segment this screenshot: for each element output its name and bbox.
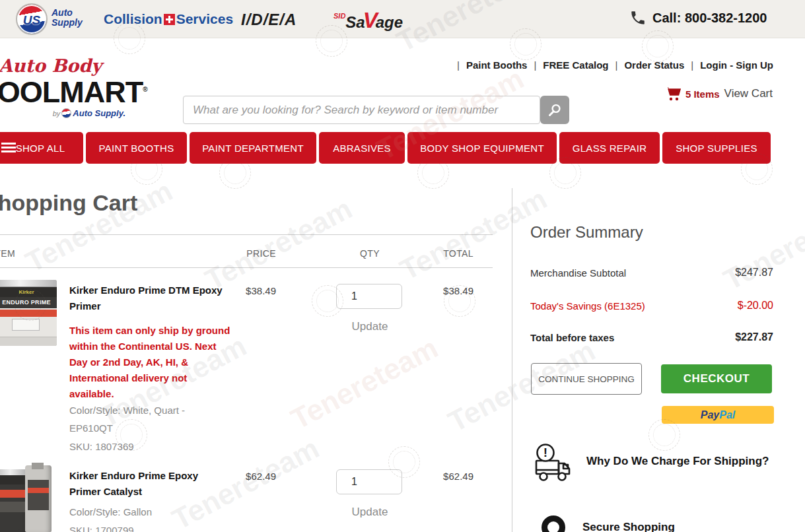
product-sku: SKU: 1807369 xyxy=(69,438,134,455)
product-color-style: Color/Style: White, Quart - EP610QT xyxy=(69,401,201,437)
registered-mark: ® xyxy=(143,86,147,93)
subtotal-label: Merchandise Subtotal xyxy=(530,267,626,279)
logo-byline: byAuto Supply. xyxy=(0,108,125,118)
sid-part1: Sa xyxy=(345,13,365,31)
lock-icon xyxy=(542,515,565,532)
column-qty: QTY xyxy=(337,248,403,259)
shipping-info[interactable]: ! Why Do We Charge For Shipping? xyxy=(532,444,769,484)
divider xyxy=(0,234,493,235)
search-input[interactable] xyxy=(183,96,540,124)
product-image-epoxy-primer[interactable]: Kirker ENDURO PRIME xyxy=(0,280,57,346)
vertical-divider xyxy=(512,188,512,532)
search-icon xyxy=(547,103,562,117)
logo-auto-body: Auto Body xyxy=(0,55,125,76)
phone-number[interactable]: Call: 800-382-1200 xyxy=(629,9,767,26)
nav-glass-repair[interactable]: GLASS REPAIR xyxy=(559,132,660,164)
total-value: $227.87 xyxy=(660,331,773,343)
view-cart-label: View Cart xyxy=(724,87,773,100)
watermark-text: Tenereteam xyxy=(286,331,444,436)
sid-prefix: SID xyxy=(333,12,345,20)
paypal-logo: PayPal xyxy=(701,409,735,421)
update-link[interactable]: Update xyxy=(337,320,403,333)
nav-paint-booths[interactable]: PAINT BOOTHS xyxy=(86,132,187,164)
update-link[interactable]: Update xyxy=(337,506,403,519)
order-summary-title: Order Summary xyxy=(530,223,643,242)
logo-toolmart: TOOLMART® xyxy=(0,76,125,106)
paypal-button[interactable]: PayPal xyxy=(662,406,774,424)
can-brand-text: Kirker xyxy=(0,287,57,297)
subtotal-value: $247.87 xyxy=(660,267,773,279)
link-free-catalog[interactable]: FREE Catalog xyxy=(543,59,608,71)
link-separator: | xyxy=(691,59,693,71)
nav-shop-supplies[interactable]: SHOP SUPPLIES xyxy=(662,132,771,164)
nav-body-shop-equipment[interactable]: BODY SHOP EQUIPMENT xyxy=(407,132,557,164)
link-separator: | xyxy=(615,59,618,71)
services-word: Services xyxy=(176,11,233,26)
svg-text:!: ! xyxy=(543,446,547,459)
collision-cross-icon xyxy=(164,14,175,25)
product-name[interactable]: Kirker Enduro Prime DTM Epoxy Primer xyxy=(69,283,228,314)
search-bar xyxy=(183,96,569,124)
continue-shopping-button[interactable]: CONTINUE SHOPPING xyxy=(531,363,642,395)
checkout-button[interactable]: CHECKOUT xyxy=(661,364,772,393)
us-ball-icon xyxy=(61,108,71,118)
shipping-question-label: Why Do We Charge For Shipping? xyxy=(586,455,769,468)
product-total: $62.49 xyxy=(407,471,473,482)
product-price: $62.49 xyxy=(210,471,276,482)
page-root: Tenereteam Tenereteam Tenereteam Teneret… xyxy=(0,0,805,532)
toolmart-logo[interactable]: Auto Body TOOLMART® byAuto Supply. xyxy=(0,55,125,118)
product-color-style: Color/Style: Gallon xyxy=(69,503,152,521)
us-auto-supply-label: Auto Supply xyxy=(52,8,83,28)
menu-icon xyxy=(1,143,16,153)
main-nav: SHOP ALL PAINT BOOTHS PAINT DEPARTMENT A… xyxy=(0,132,805,164)
column-total: TOTAL xyxy=(407,248,473,259)
brand-bar: US Auto Supply CollisionServices I/D/E/A… xyxy=(0,0,805,38)
nav-paint-department[interactable]: PAINT DEPARTMENT xyxy=(190,132,316,164)
shipping-warning: This item can only ship by ground within… xyxy=(69,323,234,402)
divider xyxy=(0,267,493,268)
can-line-text: ENDURO PRIME xyxy=(0,297,57,308)
nav-label: SHOP ALL xyxy=(16,143,65,154)
link-login-signup[interactable]: Login - Sign Up xyxy=(700,59,773,71)
collision-services-logo[interactable]: CollisionServices xyxy=(104,11,233,27)
product-name[interactable]: Kirker Enduro Prime Epoxy Primer Catalys… xyxy=(69,468,208,500)
us-auto-supply-line2: Supply xyxy=(52,18,83,28)
link-separator: | xyxy=(457,59,460,71)
watermark-text: Tenereteam xyxy=(718,192,805,297)
sid-part2: age xyxy=(376,13,403,31)
link-separator: | xyxy=(534,59,536,71)
qty-input[interactable] xyxy=(336,469,402,494)
view-cart[interactable]: 5 Items View Cart xyxy=(665,86,773,101)
collision-word: Collision xyxy=(104,11,162,26)
phone-icon xyxy=(629,9,647,26)
secure-shopping-label: Secure Shopping xyxy=(582,521,675,532)
qty-input[interactable] xyxy=(336,284,402,309)
product-price: $38.49 xyxy=(210,285,276,296)
us-auto-supply-logo[interactable]: US xyxy=(16,3,48,35)
idea-logo[interactable]: I/D/E/A xyxy=(241,11,297,29)
column-price: PRICE xyxy=(210,248,276,259)
search-button[interactable] xyxy=(540,96,569,124)
watermark-text: Tenereteam xyxy=(200,192,358,297)
savings-label: Today's Savings (6E1325) xyxy=(530,300,645,312)
savings-value: $-20.00 xyxy=(660,300,773,312)
us-auto-supply-badge: US xyxy=(17,13,46,28)
product-total: $38.49 xyxy=(407,285,473,296)
total-label: Total before taxes xyxy=(530,332,614,343)
column-item: ITEM xyxy=(0,248,15,259)
header-links: | Paint Booths | FREE Catalog | Order St… xyxy=(457,59,773,71)
phone-label: Call: 800-382-1200 xyxy=(652,11,767,26)
page-title: Shopping Cart xyxy=(0,190,137,216)
secure-shopping: Secure Shopping xyxy=(542,515,675,532)
shipping-truck-icon: ! xyxy=(532,444,575,484)
sid-savage-logo[interactable]: SIDSaVage xyxy=(333,8,403,33)
nav-abrasives[interactable]: ABRASIVES xyxy=(319,132,405,164)
us-auto-supply-line1: Auto xyxy=(52,8,83,18)
product-image-primer-catalyst[interactable] xyxy=(0,465,61,532)
product-sku: SKU: 1700799 xyxy=(69,521,134,532)
cart-count: 5 Items xyxy=(685,88,720,100)
cart-icon xyxy=(665,86,681,101)
link-paint-booths[interactable]: Paint Booths xyxy=(466,59,528,71)
link-order-status[interactable]: Order Status xyxy=(624,59,684,71)
nav-shop-all[interactable]: SHOP ALL xyxy=(0,132,83,164)
